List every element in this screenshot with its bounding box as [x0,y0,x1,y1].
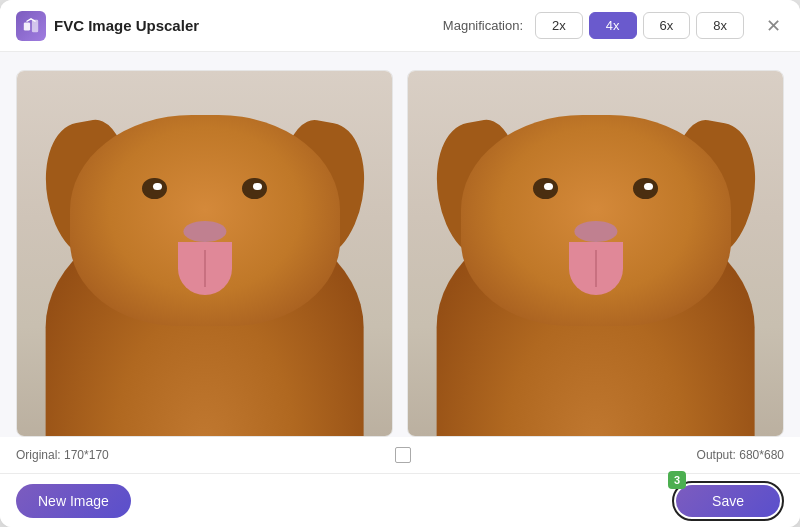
magnification-buttons: 2x 4x 6x 8x [535,12,744,39]
compare-icon [395,447,411,463]
save-area: 3 Save [672,481,784,521]
magnification-label: Magnification: [443,18,523,33]
mag-btn-4x[interactable]: 4x [589,12,637,39]
save-badge: 3 [668,471,686,489]
titlebar: FVC Image Upscaler Magnification: 2x 4x … [0,0,800,52]
footer-bar: New Image 3 Save [0,473,800,527]
status-bar: Original: 170*170 Output: 680*680 [0,437,800,473]
close-icon: ✕ [766,15,781,37]
original-size-label: Original: 170*170 [16,448,109,462]
app-logo [16,11,46,41]
output-size-label: Output: 680*680 [697,448,784,462]
main-content [0,52,800,437]
close-button[interactable]: ✕ [762,15,784,37]
output-dog-image [408,71,783,436]
app-window: FVC Image Upscaler Magnification: 2x 4x … [0,0,800,527]
original-dog-image [17,71,392,436]
mag-btn-8x[interactable]: 8x [696,12,744,39]
original-image-panel [16,70,393,437]
save-button[interactable]: Save [676,485,780,517]
mag-btn-6x[interactable]: 6x [643,12,691,39]
svg-rect-0 [24,22,30,30]
mag-btn-2x[interactable]: 2x [535,12,583,39]
app-title: FVC Image Upscaler [54,17,199,34]
compare-icon-container [395,447,411,463]
new-image-button[interactable]: New Image [16,484,131,518]
save-button-wrapper: Save [672,481,784,521]
output-image-panel [407,70,784,437]
